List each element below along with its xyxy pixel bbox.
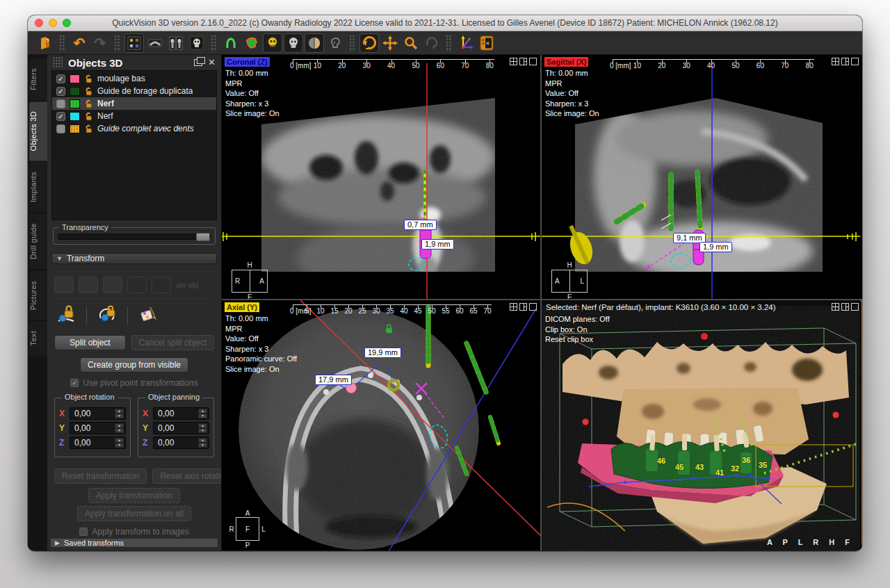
single-layout-icon[interactable] <box>529 303 537 311</box>
viewport-3d[interactable]: Selected: Nerf (Par défaut), implant: K3… <box>542 300 862 550</box>
visibility-checkbox[interactable] <box>56 124 65 133</box>
viewport-tag-sagittal[interactable]: Sagittal (X) <box>544 57 588 67</box>
measurement-label[interactable]: 0,7 mm <box>404 220 437 230</box>
measurement-label[interactable]: 1,9 mm <box>421 239 454 250</box>
single-layout-icon[interactable] <box>851 58 859 65</box>
sidebar-tab-implants[interactable]: Implants <box>29 162 47 212</box>
viewport-layout-icons[interactable] <box>832 303 859 311</box>
lock-icon[interactable] <box>84 99 93 108</box>
grid-layout-icon[interactable] <box>510 303 517 311</box>
sidebar-tab-filters[interactable]: Filters <box>29 58 47 100</box>
viewport-tag-coronal[interactable]: Coronal (Z) <box>225 57 270 67</box>
lock-icon[interactable] <box>84 74 93 83</box>
pan-view-icon[interactable] <box>380 33 400 53</box>
measurement-label[interactable]: 19,9 mm <box>364 348 401 358</box>
jaw-surface-icon[interactable] <box>242 33 261 53</box>
overlay-info-line: Sharpen: x 3 <box>545 99 599 109</box>
close-panel-icon[interactable]: ✕ <box>208 58 216 67</box>
skull-wireframe-icon[interactable] <box>325 33 345 53</box>
color-swatch[interactable] <box>70 74 80 83</box>
axes-widget-icon[interactable] <box>456 33 476 53</box>
measurement-label[interactable]: 17,9 mm <box>315 375 352 385</box>
undo-icon[interactable]: ↶ <box>70 33 89 53</box>
zoom-view-icon[interactable] <box>401 33 421 53</box>
saved-transforms-header[interactable]: ▶ Saved transforms <box>50 538 218 548</box>
layout-mpr-icon[interactable] <box>124 33 144 53</box>
viewport-layout-icons[interactable] <box>832 58 859 65</box>
float-panel-icon[interactable] <box>194 59 202 66</box>
object-row[interactable]: ✓Guide de forage duplicata <box>52 85 216 97</box>
grid-layout-icon[interactable] <box>832 58 839 65</box>
color-swatch[interactable] <box>70 112 80 121</box>
layout-skull-icon[interactable] <box>187 33 207 53</box>
paint-object-icon[interactable] <box>138 304 159 327</box>
sidebar-tab-drill-guide[interactable]: Drill guide <box>29 213 47 269</box>
visibility-checkbox[interactable]: ✓ <box>56 74 65 83</box>
color-swatch[interactable] <box>70 124 80 133</box>
visibility-checkbox[interactable]: ✓ <box>56 112 65 121</box>
transparency-slider[interactable] <box>58 234 211 240</box>
stepper-buttons[interactable]: ▲▼ <box>198 438 207 448</box>
split-object-button[interactable]: Split object <box>54 335 126 350</box>
grid-layout-icon[interactable] <box>832 303 839 311</box>
split-layout-icon[interactable] <box>841 58 849 65</box>
ruler-axial: 0 [mm]510152025303540455055606570 <box>293 302 492 316</box>
single-layout-icon[interactable] <box>529 58 537 65</box>
layout-ceph-icon[interactable] <box>166 33 186 53</box>
transparency-slider-handle[interactable] <box>196 233 210 241</box>
stepper-buttons[interactable]: ▲▼ <box>198 409 207 418</box>
color-swatch[interactable] <box>70 99 80 108</box>
object-row[interactable]: Nerf <box>52 97 216 110</box>
half-volume-icon[interactable] <box>305 33 324 53</box>
lock-rotation-icon[interactable] <box>97 304 118 327</box>
stepper-buttons[interactable]: ▲▼ <box>115 438 124 448</box>
object-row[interactable]: ✓moulage bas <box>52 72 216 85</box>
object-row[interactable]: ✓Nerf <box>52 110 216 122</box>
close-window-button[interactable] <box>35 19 43 27</box>
split-layout-icon[interactable] <box>841 303 849 311</box>
viewport-coronal[interactable]: Coronal (Z) Th: 0.00 mmMPRValue: OffShar… <box>222 55 540 299</box>
viewport-layout-icons[interactable] <box>510 58 537 65</box>
axis-value-input[interactable]: 0,00▲▼ <box>153 407 209 420</box>
viewport-layout-icons[interactable] <box>510 303 537 311</box>
skull-bone-icon[interactable] <box>284 33 303 53</box>
axis-value-input[interactable]: 0,00▲▼ <box>153 436 209 449</box>
split-layout-icon[interactable] <box>519 58 527 65</box>
split-layout-icon[interactable] <box>519 303 527 311</box>
object-row[interactable]: Guide complet avec dents <box>52 122 216 135</box>
viewport-sagittal[interactable]: Sagittal (X) Th: 0.00 mmMPRValue: OffSha… <box>542 55 862 299</box>
skull-color-icon[interactable] <box>263 33 282 53</box>
lock-icon[interactable] <box>84 124 93 133</box>
dental-arch-icon[interactable] <box>221 33 241 53</box>
create-group-button[interactable]: Create group from visible <box>80 357 188 373</box>
color-swatch[interactable] <box>70 87 80 96</box>
sidebar-tab-text[interactable]: Text <box>29 321 47 355</box>
layout-panoramic-icon[interactable] <box>145 33 165 53</box>
stepper-buttons[interactable]: ▲▼ <box>198 423 207 433</box>
axis-value-input[interactable]: 0,00▲▼ <box>70 407 126 420</box>
visibility-checkbox[interactable]: ✓ <box>56 87 65 96</box>
panel-grip[interactable] <box>53 57 63 68</box>
lock-icon[interactable] <box>84 87 93 96</box>
rotate-view-icon[interactable] <box>359 33 379 53</box>
sidebar-tab-pictures[interactable]: Pictures <box>29 271 47 320</box>
lock-position-icon[interactable] <box>56 304 76 327</box>
viewport-tag-axial[interactable]: Axial (Y) <box>225 302 259 312</box>
axis-value-input[interactable]: 0,00▲▼ <box>70 422 126 434</box>
axis-value-input[interactable]: 0,00▲▼ <box>70 436 126 449</box>
stepper-buttons[interactable]: ▲▼ <box>115 423 124 433</box>
transform-section-header[interactable]: ▼ Transform <box>51 253 217 264</box>
sidebar-tab-objects-3d[interactable]: Objects 3D <box>29 101 47 161</box>
minimize-window-button[interactable] <box>49 19 57 27</box>
viewport-axial[interactable]: Axial (Y) Th: 0.00 mmMPRValue: OffSharpe… <box>222 300 540 550</box>
single-layout-icon[interactable] <box>851 303 859 311</box>
zoom-window-button[interactable] <box>63 19 71 27</box>
open-case-icon[interactable] <box>35 33 55 53</box>
visibility-checkbox[interactable] <box>56 99 65 108</box>
collapse-panel-icon[interactable]: « <box>477 33 496 53</box>
grid-layout-icon[interactable] <box>510 58 517 65</box>
lock-icon[interactable] <box>84 112 93 121</box>
stepper-buttons[interactable]: ▲▼ <box>115 409 124 418</box>
axis-value-input[interactable]: 0,00▲▼ <box>153 422 209 434</box>
measurement-label[interactable]: 1,9 mm <box>699 242 732 252</box>
